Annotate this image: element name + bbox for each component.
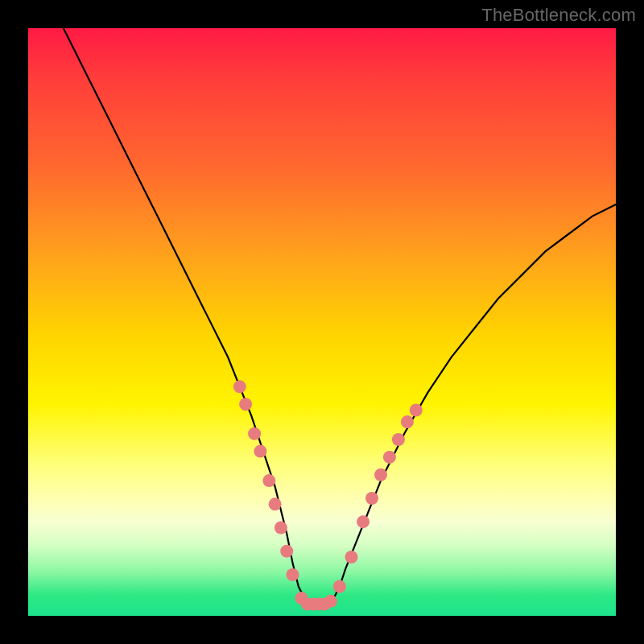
chart-frame: TheBottleneck.com [0, 0, 644, 644]
curve-marker [248, 427, 261, 440]
chart-svg [28, 28, 616, 616]
curve-marker [287, 568, 299, 581]
curve-marker [269, 497, 282, 510]
curve-marker [410, 404, 423, 417]
curve-marker [357, 515, 369, 528]
marker-group [233, 380, 423, 610]
curve-marker [345, 551, 358, 564]
curve-marker [324, 595, 337, 608]
curve-marker [374, 469, 387, 481]
curve-marker [254, 445, 266, 458]
curve-marker [383, 451, 396, 464]
curve-marker [275, 522, 287, 535]
curve-marker [333, 580, 346, 593]
curve-marker [401, 415, 414, 428]
watermark-text: TheBottleneck.com [481, 5, 636, 26]
curve-marker [280, 545, 293, 558]
curve-marker [392, 433, 405, 446]
curve-marker [365, 492, 378, 505]
curve-marker [262, 474, 275, 487]
curve-marker [233, 380, 246, 393]
curve-marker [239, 398, 252, 411]
plot-area [28, 28, 616, 616]
bottleneck-curve [64, 28, 616, 604]
